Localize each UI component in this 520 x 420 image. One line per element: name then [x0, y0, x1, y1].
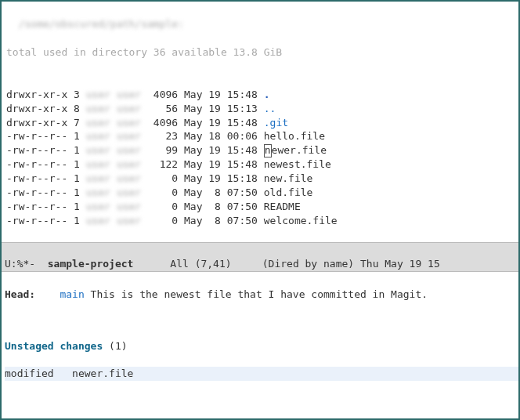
magit-pane: Head: main This is the newest file that …	[2, 272, 518, 420]
dired-size-date: 23 May 18 00:06	[141, 130, 264, 142]
modeline-left: U:%*-	[5, 258, 48, 270]
dired-filename[interactable]: ..	[264, 103, 276, 114]
dired-size-date: 0 May 8 07:50	[141, 201, 264, 212]
magit-head-branch[interactable]: main	[60, 288, 84, 300]
modeline-dired: U:%*- sample-project All (7,41) (Dired b…	[2, 242, 518, 272]
dired-filename[interactable]: .	[264, 89, 270, 100]
dired-row-meta: drwxr-xr-x 3	[6, 89, 86, 100]
dired-size-date: 4096 May 19 15:48	[141, 89, 264, 100]
dired-row-meta: -rw-r--r-- 1	[6, 215, 86, 226]
dired-row-meta: -rw-r--r-- 1	[6, 144, 86, 156]
dired-owner-blurred: user user	[86, 130, 141, 142]
dired-size-date: 0 May 19 15:18	[141, 172, 264, 184]
dired-size-date: 0 May 8 07:50	[141, 215, 264, 226]
modeline-buffer: sample-project	[48, 258, 134, 270]
dired-row[interactable]: drwxr-xr-x 7 user user 4096 May 19 15:48…	[6, 116, 518, 130]
magit-head-label: Head:	[5, 288, 60, 300]
dired-row[interactable]: -rw-r--r-- 1 user user 0 May 8 07:50 REA…	[6, 200, 518, 214]
dired-size-date: 99 May 19 15:48	[141, 144, 264, 156]
dired-row[interactable]: -rw-r--r-- 1 user user 122 May 19 15:48 …	[6, 158, 518, 172]
dired-owner-blurred: user user	[86, 215, 141, 226]
dired-row[interactable]: -rw-r--r-- 1 user user 23 May 18 00:06 h…	[6, 129, 518, 143]
dired-owner-blurred: user user	[86, 89, 141, 100]
dired-path-blurred: /some/obscured/path/sample:	[19, 18, 184, 30]
unstaged-count: (1)	[103, 340, 127, 352]
dired-row[interactable]: drwxr-xr-x 3 user user 4096 May 19 15:48…	[6, 88, 518, 102]
unstaged-item[interactable]: modified newer.file	[5, 367, 518, 381]
dired-size-date: 4096 May 19 15:48	[141, 117, 264, 129]
dired-row-meta: -rw-r--r-- 1	[6, 201, 86, 212]
magit-head-message: This is the newest file that I have comm…	[85, 288, 428, 300]
dired-row-meta: -rw-r--r-- 1	[6, 172, 86, 184]
dired-row-meta: -rw-r--r-- 1	[6, 130, 86, 142]
dired-row-meta: drwxr-xr-x 8	[6, 103, 86, 114]
dired-size-date: 56 May 19 15:13	[141, 103, 264, 114]
dired-owner-blurred: user user	[86, 103, 141, 114]
dired-row[interactable]: drwxr-xr-x 8 user user 56 May 19 15:13 .…	[6, 102, 518, 116]
modeline-position: All (7,41)	[133, 258, 231, 270]
dired-row-meta: drwxr-xr-x 7	[6, 117, 86, 129]
dired-owner-blurred: user user	[86, 117, 141, 129]
dired-filename[interactable]: newer.file	[264, 144, 327, 156]
dired-summary: total used in directory 36 available 13.…	[6, 46, 282, 58]
dired-pane: /some/obscured/path/sample: total used i…	[2, 2, 518, 242]
dired-row-meta: -rw-r--r-- 1	[6, 186, 86, 198]
dired-filename[interactable]: old.file	[264, 186, 313, 198]
dired-owner-blurred: user user	[86, 172, 141, 184]
dired-filename[interactable]: .git	[264, 117, 288, 129]
dired-filename[interactable]: newest.file	[264, 158, 331, 170]
dired-filename[interactable]: welcome.file	[264, 215, 338, 226]
dired-filename[interactable]: hello.file	[264, 130, 325, 142]
dired-filename[interactable]: README	[264, 201, 301, 212]
dired-size-date: 122 May 19 15:48	[141, 158, 264, 170]
dired-owner-blurred: user user	[86, 158, 141, 170]
dired-row[interactable]: -rw-r--r-- 1 user user 99 May 19 15:48 n…	[6, 143, 518, 158]
dired-owner-blurred: user user	[86, 144, 141, 156]
dired-row-meta: -rw-r--r-- 1	[6, 158, 86, 170]
unstaged-label: Unstaged changes	[5, 340, 103, 352]
dired-row[interactable]: -rw-r--r-- 1 user user 0 May 19 15:18 ne…	[6, 172, 518, 186]
modeline-mode: (Dired by name)	[232, 258, 360, 270]
dired-filename[interactable]: new.file	[264, 172, 313, 184]
unstaged-header[interactable]: Unstaged changes (1)	[5, 339, 518, 353]
cursor: n	[264, 144, 272, 157]
dired-row[interactable]: -rw-r--r-- 1 user user 0 May 8 07:50 old…	[6, 186, 518, 200]
dired-owner-blurred: user user	[86, 201, 141, 212]
dired-row[interactable]: -rw-r--r-- 1 user user 0 May 8 07:50 wel…	[6, 214, 518, 228]
dired-size-date: 0 May 8 07:50	[141, 186, 264, 198]
modeline-time: Thu May 19 15	[360, 258, 440, 270]
dired-owner-blurred: user user	[86, 186, 141, 198]
